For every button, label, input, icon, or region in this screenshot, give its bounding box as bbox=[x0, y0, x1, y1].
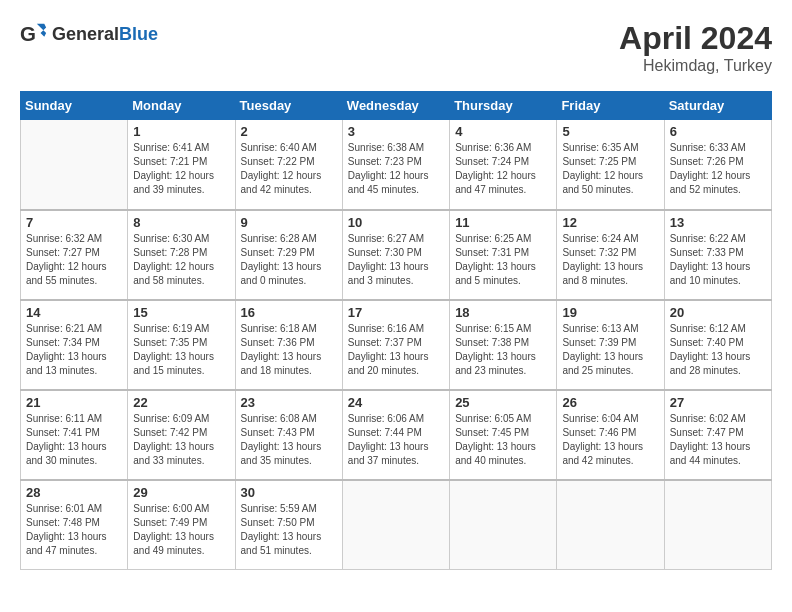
day-number: 8 bbox=[133, 215, 229, 230]
calendar-cell: 18Sunrise: 6:15 AMSunset: 7:38 PMDayligh… bbox=[450, 300, 557, 390]
weekday-header-row: SundayMondayTuesdayWednesdayThursdayFrid… bbox=[21, 92, 772, 120]
calendar-cell: 16Sunrise: 6:18 AMSunset: 7:36 PMDayligh… bbox=[235, 300, 342, 390]
weekday-header-saturday: Saturday bbox=[664, 92, 771, 120]
day-number: 12 bbox=[562, 215, 658, 230]
day-info: Sunrise: 6:40 AMSunset: 7:22 PMDaylight:… bbox=[241, 141, 337, 197]
day-number: 30 bbox=[241, 485, 337, 500]
calendar-cell: 24Sunrise: 6:06 AMSunset: 7:44 PMDayligh… bbox=[342, 390, 449, 480]
day-number: 22 bbox=[133, 395, 229, 410]
calendar-cell: 1Sunrise: 6:41 AMSunset: 7:21 PMDaylight… bbox=[128, 120, 235, 210]
day-number: 18 bbox=[455, 305, 551, 320]
day-number: 24 bbox=[348, 395, 444, 410]
day-info: Sunrise: 6:27 AMSunset: 7:30 PMDaylight:… bbox=[348, 232, 444, 288]
day-info: Sunrise: 6:22 AMSunset: 7:33 PMDaylight:… bbox=[670, 232, 766, 288]
day-number: 20 bbox=[670, 305, 766, 320]
calendar-cell: 15Sunrise: 6:19 AMSunset: 7:35 PMDayligh… bbox=[128, 300, 235, 390]
calendar-cell: 25Sunrise: 6:05 AMSunset: 7:45 PMDayligh… bbox=[450, 390, 557, 480]
page-header: G GeneralBlue April 2024 Hekimdag, Turke… bbox=[20, 20, 772, 75]
calendar-cell: 27Sunrise: 6:02 AMSunset: 7:47 PMDayligh… bbox=[664, 390, 771, 480]
day-info: Sunrise: 6:05 AMSunset: 7:45 PMDaylight:… bbox=[455, 412, 551, 468]
calendar-cell: 17Sunrise: 6:16 AMSunset: 7:37 PMDayligh… bbox=[342, 300, 449, 390]
title-section: April 2024 Hekimdag, Turkey bbox=[619, 20, 772, 75]
day-number: 4 bbox=[455, 124, 551, 139]
calendar-cell: 4Sunrise: 6:36 AMSunset: 7:24 PMDaylight… bbox=[450, 120, 557, 210]
day-info: Sunrise: 6:11 AMSunset: 7:41 PMDaylight:… bbox=[26, 412, 122, 468]
calendar-cell: 13Sunrise: 6:22 AMSunset: 7:33 PMDayligh… bbox=[664, 210, 771, 300]
calendar-cell: 28Sunrise: 6:01 AMSunset: 7:48 PMDayligh… bbox=[21, 480, 128, 570]
week-row-2: 7Sunrise: 6:32 AMSunset: 7:27 PMDaylight… bbox=[21, 210, 772, 300]
day-number: 28 bbox=[26, 485, 122, 500]
day-info: Sunrise: 6:41 AMSunset: 7:21 PMDaylight:… bbox=[133, 141, 229, 197]
day-info: Sunrise: 6:16 AMSunset: 7:37 PMDaylight:… bbox=[348, 322, 444, 378]
day-info: Sunrise: 6:12 AMSunset: 7:40 PMDaylight:… bbox=[670, 322, 766, 378]
weekday-header-tuesday: Tuesday bbox=[235, 92, 342, 120]
week-row-5: 28Sunrise: 6:01 AMSunset: 7:48 PMDayligh… bbox=[21, 480, 772, 570]
day-number: 10 bbox=[348, 215, 444, 230]
calendar-cell bbox=[21, 120, 128, 210]
day-info: Sunrise: 6:02 AMSunset: 7:47 PMDaylight:… bbox=[670, 412, 766, 468]
day-number: 9 bbox=[241, 215, 337, 230]
calendar-cell: 5Sunrise: 6:35 AMSunset: 7:25 PMDaylight… bbox=[557, 120, 664, 210]
day-info: Sunrise: 6:38 AMSunset: 7:23 PMDaylight:… bbox=[348, 141, 444, 197]
calendar-cell: 2Sunrise: 6:40 AMSunset: 7:22 PMDaylight… bbox=[235, 120, 342, 210]
day-number: 26 bbox=[562, 395, 658, 410]
calendar-cell: 7Sunrise: 6:32 AMSunset: 7:27 PMDaylight… bbox=[21, 210, 128, 300]
month-title: April 2024 bbox=[619, 20, 772, 57]
day-info: Sunrise: 6:32 AMSunset: 7:27 PMDaylight:… bbox=[26, 232, 122, 288]
day-info: Sunrise: 6:19 AMSunset: 7:35 PMDaylight:… bbox=[133, 322, 229, 378]
day-info: Sunrise: 6:36 AMSunset: 7:24 PMDaylight:… bbox=[455, 141, 551, 197]
day-number: 11 bbox=[455, 215, 551, 230]
logo-general-text: General bbox=[52, 24, 119, 44]
location-subtitle: Hekimdag, Turkey bbox=[619, 57, 772, 75]
weekday-header-wednesday: Wednesday bbox=[342, 92, 449, 120]
weekday-header-friday: Friday bbox=[557, 92, 664, 120]
svg-text:G: G bbox=[20, 22, 36, 45]
calendar-cell: 30Sunrise: 5:59 AMSunset: 7:50 PMDayligh… bbox=[235, 480, 342, 570]
calendar-cell bbox=[342, 480, 449, 570]
day-info: Sunrise: 6:28 AMSunset: 7:29 PMDaylight:… bbox=[241, 232, 337, 288]
week-row-3: 14Sunrise: 6:21 AMSunset: 7:34 PMDayligh… bbox=[21, 300, 772, 390]
calendar-table: SundayMondayTuesdayWednesdayThursdayFrid… bbox=[20, 91, 772, 570]
calendar-cell: 19Sunrise: 6:13 AMSunset: 7:39 PMDayligh… bbox=[557, 300, 664, 390]
weekday-header-sunday: Sunday bbox=[21, 92, 128, 120]
day-info: Sunrise: 6:35 AMSunset: 7:25 PMDaylight:… bbox=[562, 141, 658, 197]
day-number: 1 bbox=[133, 124, 229, 139]
calendar-cell bbox=[450, 480, 557, 570]
day-number: 7 bbox=[26, 215, 122, 230]
day-number: 6 bbox=[670, 124, 766, 139]
day-info: Sunrise: 6:15 AMSunset: 7:38 PMDaylight:… bbox=[455, 322, 551, 378]
day-number: 17 bbox=[348, 305, 444, 320]
calendar-cell: 8Sunrise: 6:30 AMSunset: 7:28 PMDaylight… bbox=[128, 210, 235, 300]
day-number: 16 bbox=[241, 305, 337, 320]
calendar-cell: 20Sunrise: 6:12 AMSunset: 7:40 PMDayligh… bbox=[664, 300, 771, 390]
calendar-cell: 6Sunrise: 6:33 AMSunset: 7:26 PMDaylight… bbox=[664, 120, 771, 210]
day-info: Sunrise: 6:24 AMSunset: 7:32 PMDaylight:… bbox=[562, 232, 658, 288]
calendar-cell bbox=[664, 480, 771, 570]
calendar-cell: 10Sunrise: 6:27 AMSunset: 7:30 PMDayligh… bbox=[342, 210, 449, 300]
week-row-1: 1Sunrise: 6:41 AMSunset: 7:21 PMDaylight… bbox=[21, 120, 772, 210]
day-number: 23 bbox=[241, 395, 337, 410]
calendar-cell: 14Sunrise: 6:21 AMSunset: 7:34 PMDayligh… bbox=[21, 300, 128, 390]
calendar-cell: 26Sunrise: 6:04 AMSunset: 7:46 PMDayligh… bbox=[557, 390, 664, 480]
logo-blue-text: Blue bbox=[119, 24, 158, 44]
calendar-cell bbox=[557, 480, 664, 570]
calendar-cell: 12Sunrise: 6:24 AMSunset: 7:32 PMDayligh… bbox=[557, 210, 664, 300]
day-info: Sunrise: 6:30 AMSunset: 7:28 PMDaylight:… bbox=[133, 232, 229, 288]
day-info: Sunrise: 6:33 AMSunset: 7:26 PMDaylight:… bbox=[670, 141, 766, 197]
day-number: 25 bbox=[455, 395, 551, 410]
logo: G GeneralBlue bbox=[20, 20, 158, 48]
calendar-cell: 11Sunrise: 6:25 AMSunset: 7:31 PMDayligh… bbox=[450, 210, 557, 300]
weekday-header-monday: Monday bbox=[128, 92, 235, 120]
calendar-cell: 29Sunrise: 6:00 AMSunset: 7:49 PMDayligh… bbox=[128, 480, 235, 570]
day-number: 19 bbox=[562, 305, 658, 320]
day-number: 27 bbox=[670, 395, 766, 410]
day-info: Sunrise: 6:08 AMSunset: 7:43 PMDaylight:… bbox=[241, 412, 337, 468]
day-info: Sunrise: 6:25 AMSunset: 7:31 PMDaylight:… bbox=[455, 232, 551, 288]
calendar-cell: 9Sunrise: 6:28 AMSunset: 7:29 PMDaylight… bbox=[235, 210, 342, 300]
calendar-cell: 21Sunrise: 6:11 AMSunset: 7:41 PMDayligh… bbox=[21, 390, 128, 480]
day-info: Sunrise: 6:01 AMSunset: 7:48 PMDaylight:… bbox=[26, 502, 122, 558]
day-number: 14 bbox=[26, 305, 122, 320]
day-number: 29 bbox=[133, 485, 229, 500]
day-info: Sunrise: 5:59 AMSunset: 7:50 PMDaylight:… bbox=[241, 502, 337, 558]
calendar-cell: 3Sunrise: 6:38 AMSunset: 7:23 PMDaylight… bbox=[342, 120, 449, 210]
